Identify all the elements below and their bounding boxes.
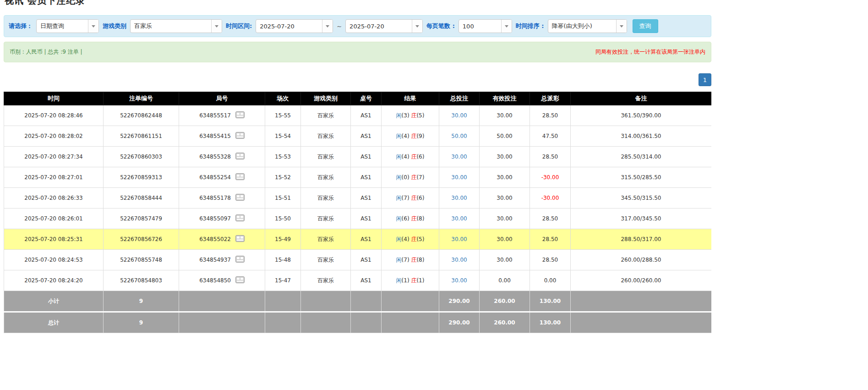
total-bet-link[interactable]: 30.00 xyxy=(451,112,467,119)
cell-bet-id: 522670858444 xyxy=(104,188,179,209)
cell-valid-bet: 30.00 xyxy=(480,250,530,270)
cell-empty xyxy=(301,312,351,333)
result-player-score: (4) xyxy=(402,236,409,242)
cell-result: 闲(7) 庄(8) xyxy=(382,250,439,270)
header-table-no: 桌号 xyxy=(351,92,382,105)
page-size-input[interactable] xyxy=(459,20,501,33)
cell-note: 260.00/288.50 xyxy=(571,250,712,270)
cell-empty xyxy=(265,291,301,312)
round-number: 634855254 xyxy=(199,174,231,181)
cell-total-bet: 30.00 xyxy=(439,167,480,188)
cell-total-bet: 30.00 xyxy=(439,250,480,270)
cell-session: 15-49 xyxy=(265,229,301,250)
subtotal-row: 小计 9 290.00 260.00 130.00 xyxy=(4,291,712,312)
chevron-down-icon[interactable] xyxy=(88,20,98,33)
video-icon[interactable] xyxy=(235,214,245,223)
chevron-down-icon[interactable] xyxy=(501,20,512,33)
video-icon[interactable] xyxy=(235,276,245,285)
cell-time: 2025-07-20 08:27:01 xyxy=(4,167,104,188)
video-icon[interactable] xyxy=(235,132,245,140)
video-icon[interactable] xyxy=(235,256,245,264)
total-bet-link[interactable]: 30.00 xyxy=(451,257,467,263)
cell-round-id: 634854850 xyxy=(179,270,265,291)
date-to-combo[interactable] xyxy=(345,19,423,33)
search-button[interactable]: 查询 xyxy=(633,19,658,33)
result-banker-label: 庄 xyxy=(411,174,416,181)
result-player-label: 闲 xyxy=(396,133,402,139)
game-type-input[interactable] xyxy=(131,20,211,33)
chevron-down-icon[interactable] xyxy=(211,20,222,33)
cell-time: 2025-07-20 08:25:31 xyxy=(4,229,104,250)
date-from-combo[interactable] xyxy=(256,19,333,33)
video-icon[interactable] xyxy=(235,153,245,161)
cell-game-type: 百家乐 xyxy=(301,105,351,126)
video-icon[interactable] xyxy=(235,235,245,243)
sort-input[interactable] xyxy=(548,20,616,33)
table-row: 2025-07-20 08:27:01 522670859313 6348552… xyxy=(4,167,712,188)
total-bet-link[interactable]: 30.00 xyxy=(451,215,467,222)
result-player-label: 闲 xyxy=(396,174,402,181)
sort-combo[interactable] xyxy=(548,19,627,33)
result-banker-label: 庄 xyxy=(411,215,416,222)
cell-time: 2025-07-20 08:24:53 xyxy=(4,250,104,270)
total-bet-link[interactable]: 30.00 xyxy=(451,277,467,284)
query-type-combo[interactable] xyxy=(36,19,99,33)
cell-payout: 28.50 xyxy=(530,147,571,167)
pagination: 1 xyxy=(4,73,711,86)
date-to-input[interactable] xyxy=(346,20,412,33)
payout-value: -30.00 xyxy=(541,174,559,181)
result-banker-score: (6) xyxy=(416,154,424,160)
total-row: 总计 9 290.00 260.00 130.00 xyxy=(4,312,712,333)
cell-payout: 0.00 xyxy=(530,270,571,291)
total-bet-link[interactable]: 30.00 xyxy=(451,236,467,242)
total-bet-link[interactable]: 30.00 xyxy=(451,195,467,201)
chevron-down-icon[interactable] xyxy=(322,20,333,33)
table-row: 2025-07-20 08:28:02 522670861151 6348554… xyxy=(4,126,712,147)
chevron-down-icon[interactable] xyxy=(412,20,422,33)
table-row: 2025-07-20 08:26:33 522670858444 6348551… xyxy=(4,188,712,209)
header-valid-bet: 有效投注 xyxy=(480,92,530,105)
result-player-score: (0) xyxy=(402,174,409,181)
page-1-button[interactable]: 1 xyxy=(699,73,711,86)
header-round-id: 局号 xyxy=(179,92,265,105)
cell-time: 2025-07-20 08:24:20 xyxy=(4,270,104,291)
payout-value: 28.50 xyxy=(542,257,558,263)
payout-value: 28.50 xyxy=(542,154,558,160)
chevron-down-icon[interactable] xyxy=(616,20,627,33)
cell-session: 15-47 xyxy=(265,270,301,291)
video-icon[interactable] xyxy=(235,173,245,181)
total-bet-link[interactable]: 30.00 xyxy=(451,174,467,181)
cell-empty xyxy=(351,291,382,312)
query-type-input[interactable] xyxy=(37,20,88,33)
result-banker-score: (1) xyxy=(416,277,424,284)
cell-total-bet: 30.00 xyxy=(439,188,480,209)
video-icon[interactable] xyxy=(235,111,245,120)
result-banker-score: (7) xyxy=(416,174,424,181)
cell-result: 闲(0) 庄(7) xyxy=(382,167,439,188)
game-type-combo[interactable] xyxy=(130,19,222,33)
total-bet-link[interactable]: 50.00 xyxy=(451,133,467,139)
total-label: 总计 xyxy=(4,312,104,333)
cell-bet-id: 522670861151 xyxy=(104,126,179,147)
result-banker-score: (5) xyxy=(416,236,424,242)
summary-bar: 币别 : 人民币 | 总共 :9 注单 | 同局有效投注，统一计算在该局第一张注… xyxy=(4,42,711,62)
subtotal-valid-bet: 260.00 xyxy=(480,291,530,312)
result-banker-label: 庄 xyxy=(411,236,416,242)
result-player-score: (1) xyxy=(402,277,409,284)
video-icon[interactable] xyxy=(235,194,245,202)
date-from-input[interactable] xyxy=(256,20,322,33)
cell-table-no: AS1 xyxy=(351,229,382,250)
cell-round-id: 634855254 xyxy=(179,167,265,188)
cell-empty xyxy=(382,312,439,333)
result-player-score: (6) xyxy=(402,215,409,222)
cell-empty xyxy=(571,291,712,312)
page-title: 视讯 会员下注纪录 xyxy=(5,0,711,7)
cell-session: 15-50 xyxy=(265,209,301,229)
header-result: 结果 xyxy=(382,92,439,105)
result-player-label: 闲 xyxy=(396,257,402,263)
cell-time: 2025-07-20 08:26:01 xyxy=(4,209,104,229)
total-bet-link[interactable]: 30.00 xyxy=(451,154,467,160)
page-container: 视讯 会员下注纪录 请选择： 游戏类别 时间区间: ~ 每页笔数 : 时间排序 … xyxy=(4,0,711,333)
page-size-combo[interactable] xyxy=(459,19,512,33)
bet-records-table: 时间 注单编号 局号 场次 游戏类别 桌号 结果 总投注 有效投注 总派彩 备注… xyxy=(4,92,711,333)
